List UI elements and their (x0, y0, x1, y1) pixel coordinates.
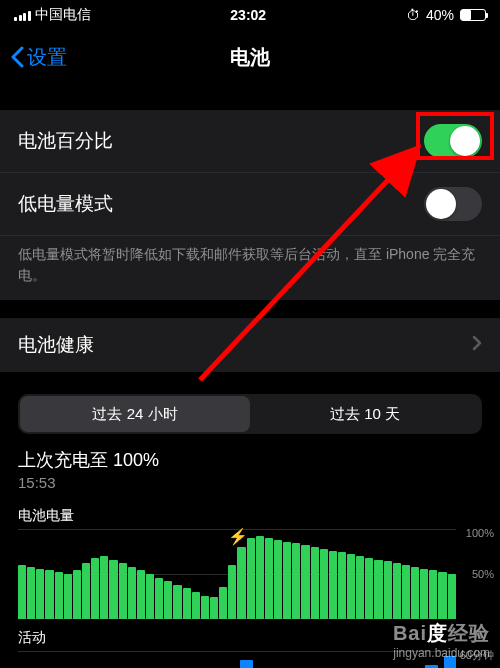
row-label: 低电量模式 (18, 191, 113, 217)
bar (240, 660, 253, 668)
battery-level-header: 电池电量 (0, 497, 500, 529)
chevron-right-icon (472, 335, 482, 356)
bar (45, 570, 53, 619)
bar (311, 547, 319, 619)
bar (119, 563, 127, 619)
bar (292, 543, 300, 619)
bar (55, 572, 63, 619)
bar (283, 542, 291, 619)
bar (109, 560, 117, 619)
signal-icon (14, 9, 31, 21)
bar (219, 587, 227, 619)
bar (27, 567, 35, 619)
bar (411, 567, 419, 619)
bar (274, 540, 282, 619)
bar (347, 554, 355, 619)
bar (228, 565, 236, 619)
bar (374, 560, 382, 619)
battery-percent: 40% (426, 7, 454, 23)
last-charge-block: 上次充电至 100% 15:53 (0, 434, 500, 497)
watermark: Bai度经验 jingyan.baidu.com (393, 620, 490, 662)
bar (256, 536, 264, 619)
axis-label-100: 100% (466, 527, 494, 539)
bar (265, 538, 273, 619)
bar (100, 556, 108, 619)
battery-percentage-toggle[interactable] (424, 124, 482, 158)
bar (164, 581, 172, 619)
bar (192, 592, 200, 619)
watermark-brand: Bai度经验 (393, 620, 490, 646)
bar (173, 585, 181, 619)
bar (329, 551, 337, 619)
bar (320, 549, 328, 619)
status-bar: 中国电信 23:02 ⏱ 40% (0, 0, 500, 30)
settings-section-1: 电池百分比 低电量模式 低电量模式将暂时降低如下载和邮件获取等后台活动，直至 i… (0, 110, 500, 300)
bar (247, 538, 255, 619)
battery-health-row[interactable]: 电池健康 (0, 318, 500, 372)
last-charge-title: 上次充电至 100% (18, 448, 482, 472)
bar (91, 558, 99, 619)
bar (183, 588, 191, 619)
bar (128, 567, 136, 619)
status-right: ⏱ 40% (406, 7, 486, 23)
bar (438, 572, 446, 619)
tab-past-10d[interactable]: 过去 10 天 (250, 396, 480, 432)
nav-bar: 设置 电池 (0, 30, 500, 84)
low-power-footer: 低电量模式将暂时降低如下载和邮件获取等后台活动，直至 iPhone 完全充电。 (0, 236, 500, 300)
clock: 23:02 (230, 7, 266, 23)
bar (201, 596, 209, 619)
tab-past-24h[interactable]: 过去 24 小时 (20, 396, 250, 432)
bar (82, 563, 90, 619)
charging-icon: ⚡ (228, 527, 248, 546)
bar (64, 574, 72, 619)
bar (137, 570, 145, 619)
battery-percentage-row[interactable]: 电池百分比 (0, 110, 500, 173)
bar (338, 552, 346, 619)
bar (393, 563, 401, 619)
time-range-segmented[interactable]: 过去 24 小时 过去 10 天 (18, 394, 482, 434)
bar (420, 569, 428, 619)
axis-label-50: 50% (472, 568, 494, 580)
status-left: 中国电信 (14, 6, 91, 24)
bar (301, 545, 309, 619)
watermark-url: jingyan.baidu.com (393, 646, 490, 662)
bar (73, 570, 81, 620)
row-label: 电池健康 (18, 332, 94, 358)
bar (36, 569, 44, 619)
bar (402, 565, 410, 619)
low-power-toggle[interactable] (424, 187, 482, 221)
row-label: 电池百分比 (18, 128, 113, 154)
back-label: 设置 (27, 44, 67, 71)
bar (384, 561, 392, 619)
settings-section-2: 电池健康 (0, 318, 500, 372)
carrier-label: 中国电信 (35, 6, 91, 24)
bar (146, 574, 154, 619)
battery-level-chart: 100% 50% ⚡ (0, 529, 500, 619)
bar (365, 558, 373, 619)
alarm-icon: ⏱ (406, 7, 420, 23)
low-power-mode-row[interactable]: 低电量模式 (0, 173, 500, 236)
page-title: 电池 (230, 44, 270, 71)
bar (448, 574, 456, 619)
bar (155, 578, 163, 619)
bar (210, 597, 218, 619)
bar (237, 547, 245, 619)
bar (18, 565, 26, 619)
chevron-left-icon (10, 46, 24, 68)
last-charge-time: 15:53 (18, 474, 482, 491)
bar (429, 570, 437, 619)
battery-icon (460, 9, 486, 21)
bar (356, 556, 364, 619)
back-button[interactable]: 设置 (10, 44, 67, 71)
